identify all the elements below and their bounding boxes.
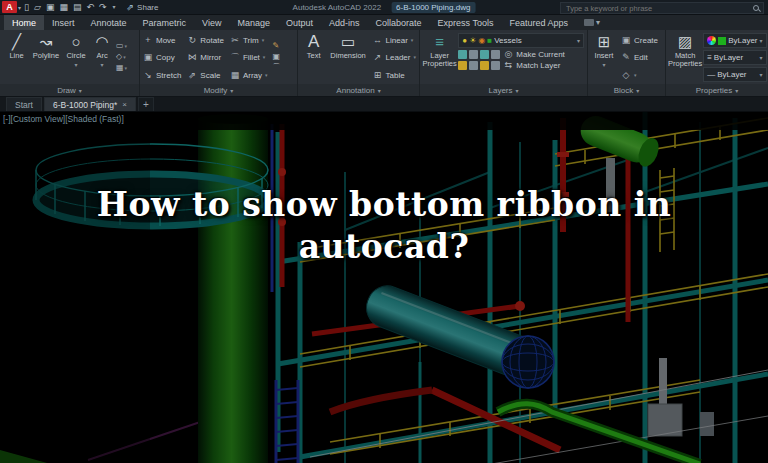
search-icon[interactable] [752,4,760,12]
copy-button[interactable]: ▣Copy [143,50,181,67]
layer-lock-icon[interactable]: ◉ [478,36,485,45]
polyline-button[interactable]: ↝ Polyline [30,30,62,84]
tab-express-tools[interactable]: Express Tools [430,15,502,30]
offset-icon[interactable]: ⌒ [273,64,281,72]
arc-button[interactable]: ◠ Arc ▾ [90,30,114,84]
qa-customize-caret-icon[interactable]: ▾ [113,4,116,10]
hatch-button[interactable]: ▦ ▾ [116,64,127,72]
erase-icon[interactable]: ✎ [273,42,281,50]
linetype-dropdown[interactable]: — ByLayer ▾ [703,67,766,82]
linear-button[interactable]: ↔Linear▾ [373,32,416,49]
tab-collaborate[interactable]: Collaborate [368,15,430,30]
tab-featured-apps[interactable]: Featured Apps [501,15,576,30]
close-tab-icon[interactable]: × [122,100,127,109]
lineweight-dropdown[interactable]: ≡ ByLayer ▾ [703,50,766,65]
redo-icon[interactable]: ↷ [99,3,107,12]
panel-label-properties[interactable]: Properties ▾ [666,84,768,96]
explode-icon[interactable]: ▣ [273,53,281,61]
dimension-button[interactable]: ▭ Dimension [326,30,369,84]
leader-button[interactable]: ↗Leader▾ [373,50,416,67]
file-tab-start[interactable]: Start [6,97,42,111]
attributes-button[interactable]: ◇▾ [621,67,658,84]
viewport-controls[interactable]: [-][Custom View][Shaded (Fast)] [3,114,124,124]
help-search [560,2,764,14]
ellipse-button[interactable]: ◇ ▾ [116,53,127,61]
arc-icon: ◠ [95,33,108,50]
panel-label-annotation[interactable]: Annotation ▾ [298,84,419,96]
layer-lock-tool-icon[interactable] [458,61,467,70]
stretch-button[interactable]: ↘Stretch [143,67,181,84]
tab-view[interactable]: View [194,15,229,30]
tab-annotate[interactable]: Annotate [83,15,135,30]
tab-output[interactable]: Output [278,15,321,30]
drawing-viewport[interactable]: [-][Custom View][Shaded (Fast)] [0,112,768,463]
hatch-caret-icon: ▾ [125,64,128,72]
text-button[interactable]: A Text [301,30,326,84]
panel-label-modify[interactable]: Modify ▾ [140,84,297,96]
layer-unisolate-icon[interactable] [469,50,478,59]
app-menu-caret-icon[interactable]: ▾ [18,4,21,11]
tab-manage[interactable]: Manage [229,15,278,30]
start-tab-label: Start [15,100,33,110]
search-input[interactable] [564,3,752,14]
app-logo[interactable]: A [2,1,17,13]
tab-parametric[interactable]: Parametric [135,15,195,30]
tab-home[interactable]: Home [4,15,44,30]
tab-insert[interactable]: Insert [44,15,83,30]
panel-block: ⊞ Insert ▾ ▣Create ✎Edit ◇▾ Block ▾ [588,30,666,96]
object-color-dropdown[interactable]: ByLayer ▾ [703,33,766,48]
arc-caret-icon[interactable]: ▾ [100,61,103,68]
match-properties-icon: ▨ [678,33,692,50]
modify-col-2: ↻Rotate ⋈Mirror ⇗Scale [184,30,227,84]
trim-button[interactable]: ✂Trim▾ [230,32,268,49]
layer-on-icon[interactable]: ● [462,36,467,45]
plot-icon[interactable]: ▤ [73,3,82,12]
panel-label-layers[interactable]: Layers ▾ [420,84,587,96]
new-file-icon[interactable]: ▯ [24,3,29,12]
layer-isolate-icon[interactable] [458,50,467,59]
rectangle-button[interactable]: ▭ ▾ [116,42,127,50]
layer-dropdown-caret-icon[interactable]: ▾ [577,37,580,44]
rectangle-icon: ▭ [116,42,124,50]
layer-color-swatch[interactable]: ■ [487,36,492,45]
layer-freeze-tool-icon[interactable] [480,50,489,59]
create-block-button[interactable]: ▣Create [621,32,658,49]
panel-label-draw[interactable]: Draw ▾ [0,84,139,96]
tab-add-ins[interactable]: Add-ins [321,15,368,30]
panel-label-block[interactable]: Block ▾ [588,84,665,96]
insert-button[interactable]: ⊞ Insert ▾ [590,30,618,84]
mirror-button[interactable]: ⋈Mirror [187,50,224,67]
share-button[interactable]: ⇗ Share [127,2,159,12]
table-button[interactable]: ⊞Table [373,67,416,84]
make-current-button[interactable]: ◎ Make Current [503,50,564,59]
save-as-icon[interactable]: ▦ [59,3,68,12]
line-button[interactable]: ╱ Line [3,30,30,84]
lineweight-value: ByLayer [714,53,743,62]
save-icon[interactable]: ▣ [46,3,55,12]
ribbon-display-toggle[interactable]: ▾ [576,15,608,30]
rotate-button[interactable]: ↻Rotate [187,32,224,49]
file-tab-drawing[interactable]: 6-B-1000 Piping* × [44,97,136,111]
layer-freeze-icon[interactable]: ☀ [469,36,476,45]
match-properties-button[interactable]: ▨ Match Properties [668,30,702,84]
undo-icon[interactable]: ↶ [86,3,94,12]
scale-button[interactable]: ⇗Scale [187,67,224,84]
circle-button[interactable]: ○ Circle ▾ [62,30,90,84]
move-button[interactable]: +Move [143,32,181,49]
layer-unlock-icon[interactable] [469,61,478,70]
fillet-button[interactable]: ⌒Fillet▾ [230,50,268,67]
circle-caret-icon[interactable]: ▾ [74,61,77,68]
edit-block-button[interactable]: ✎Edit [621,50,658,67]
layer-walk-icon[interactable] [491,61,500,70]
circle-icon: ○ [71,33,80,50]
layer-properties-button[interactable]: ≡ Layer Properties [422,30,457,84]
new-drawing-tab-button[interactable]: + [138,97,154,111]
properties-expand-caret-icon: ▾ [735,87,738,94]
open-file-icon[interactable]: ▱ [34,3,41,12]
array-button[interactable]: ▦Array▾ [230,67,268,84]
layer-thaw-icon[interactable] [480,61,489,70]
layer-dropdown[interactable]: ● ☀ ◉ ■ Vessels ▾ [458,33,584,48]
layer-off-icon[interactable] [491,50,500,59]
insert-caret-icon[interactable]: ▾ [602,61,605,68]
match-layer-button[interactable]: ⇆ Match Layer [503,61,560,70]
